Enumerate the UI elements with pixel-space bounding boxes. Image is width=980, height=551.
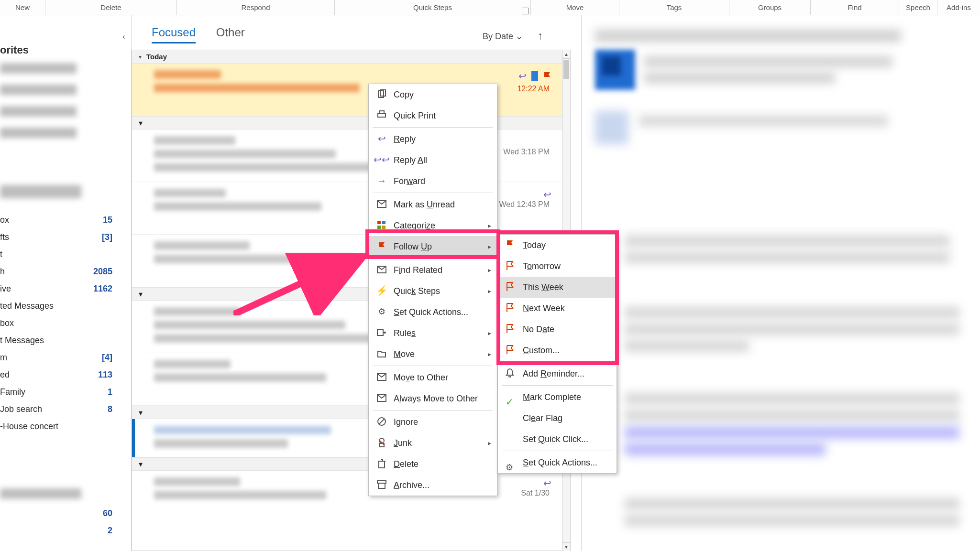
redacted-subject — [154, 321, 345, 329]
ribbon-group-labels: New Delete Respond Quick Steps↘ Move Tag… — [0, 0, 980, 15]
date-group-collapse[interactable]: ▾ — [132, 116, 564, 130]
redacted-link — [625, 443, 826, 455]
lightning-icon: ⚡ — [376, 285, 387, 296]
followup-set-quick-actions[interactable]: ⚙Set Quick Actions... — [498, 452, 617, 473]
ribbon-group-tags[interactable]: Tags — [619, 0, 729, 15]
ribbon-group-speech[interactable]: Speech — [899, 0, 937, 15]
followup-this-week[interactable]: This Week — [498, 277, 617, 298]
ribbon-group-quicksteps[interactable]: Quick Steps↘ — [335, 0, 531, 15]
date-group-today[interactable]: ▾ Today — [132, 50, 564, 64]
menu-categorize[interactable]: Categorize▸ — [369, 215, 497, 236]
chevron-down-icon: ▾ — [139, 50, 142, 64]
menu-label: Set Quick Actions... — [523, 458, 597, 467]
ribbon-group-new[interactable]: New — [0, 0, 45, 15]
menu-quick-print[interactable]: Quick Print — [369, 105, 497, 126]
menu-always-move-to-other[interactable]: Always Move to Other — [369, 388, 497, 409]
ribbon-label: Tags — [667, 0, 682, 15]
scroll-down-icon[interactable]: ▼ — [562, 542, 570, 551]
folder-extra-1[interactable]: 60 — [0, 505, 117, 522]
redacted-block — [0, 106, 77, 117]
folder-family[interactable]: Family1 — [0, 383, 117, 400]
menu-junk[interactable]: Junk▸ — [369, 432, 497, 454]
folder-extra-2[interactable]: 2 — [0, 522, 117, 539]
followup-custom[interactable]: Custom... — [498, 340, 617, 361]
redacted-link — [625, 426, 959, 439]
menu-archive[interactable]: Archive... — [369, 475, 497, 496]
reply-icon[interactable]: ↩ — [543, 189, 551, 200]
folder-house-concert[interactable]: -House concert — [0, 418, 117, 435]
ribbon-group-addins[interactable]: Add-ins — [937, 0, 980, 15]
menu-quick-steps[interactable]: ⚡Quick Steps▸ — [369, 281, 497, 302]
message-item[interactable]: Wed 3:18 PM — [132, 130, 564, 182]
followup-tomorrow[interactable]: Tomorrow — [498, 256, 617, 277]
folder-outbox[interactable]: box — [0, 314, 117, 332]
followup-no-date[interactable]: No Date — [498, 319, 617, 340]
tab-focused[interactable]: Focused — [152, 26, 196, 43]
categorize-icon — [376, 220, 387, 230]
menu-forward[interactable]: →Forward — [369, 171, 497, 192]
folder-trash[interactable]: h2085 — [0, 263, 117, 280]
menu-find-related[interactable]: Find Related▸ — [369, 259, 497, 281]
reply-icon[interactable]: ↩ — [543, 477, 551, 489]
dialog-launcher-icon[interactable]: ↘ — [522, 8, 529, 14]
folder-flagged[interactable]: ed113 — [0, 366, 117, 383]
folder-drafts[interactable]: fts[3] — [0, 228, 117, 246]
ribbon-group-delete[interactable]: Delete — [45, 0, 177, 15]
menu-mark-unread[interactable]: Mark as Unread — [369, 194, 497, 215]
followup-clear-flag[interactable]: Clear Flag — [498, 408, 617, 429]
menu-reply-all[interactable]: ↩↩Reply All — [369, 150, 497, 171]
folder-inbox[interactable]: ox15 — [0, 211, 117, 228]
ribbon-group-find[interactable]: Find — [811, 0, 899, 15]
followup-mark-complete[interactable]: ✓Mark Complete — [498, 387, 617, 408]
menu-copy[interactable]: Copy — [369, 84, 497, 105]
followup-today[interactable]: Today — [498, 235, 617, 256]
ribbon-group-move[interactable]: Move — [531, 0, 619, 15]
sort-direction-icon[interactable]: ↑ — [538, 30, 543, 42]
message-item[interactable]: ↩ Sat 1/30 — [132, 471, 564, 523]
message-item[interactable]: ↩ Wed 12:43 PM — [132, 182, 564, 235]
followup-next-week[interactable]: Next Week — [498, 298, 617, 319]
tab-other[interactable]: Other — [216, 26, 245, 42]
redacted-block — [625, 235, 950, 247]
folder-sent[interactable]: t — [0, 246, 117, 263]
folder-jobsearch[interactable]: Job search8 — [0, 400, 117, 418]
scroll-up-icon[interactable]: ▲ — [562, 50, 570, 59]
collapse-nav-icon[interactable]: ‹ — [122, 32, 125, 41]
folder-spam[interactable]: m[4] — [0, 349, 117, 366]
redacted-subject — [154, 373, 326, 382]
menu-separator — [373, 366, 493, 366]
message-time: Wed 12:43 PM — [499, 200, 550, 209]
menu-ignore[interactable]: Ignore — [369, 411, 497, 432]
menu-follow-up[interactable]: Follow Up▸ — [369, 236, 497, 257]
category-icon[interactable] — [531, 71, 538, 81]
redacted-block — [0, 63, 77, 74]
redacted-subject — [154, 202, 321, 211]
scroll-thumb[interactable] — [563, 60, 569, 79]
menu-separator — [373, 258, 493, 259]
menu-rules[interactable]: Rules▸ — [369, 323, 497, 344]
menu-move[interactable]: Move▸ — [369, 344, 497, 365]
menu-reply[interactable]: ↩Reply — [369, 129, 497, 150]
menu-move-to-other[interactable]: Move to Other — [369, 367, 497, 388]
menu-set-quick-actions[interactable]: ⚙Set Quick Actions... — [369, 302, 497, 323]
menu-delete[interactable]: Delete — [369, 454, 497, 475]
message-item-selected[interactable]: ↩ 12:22 AM — [132, 64, 564, 116]
menu-label: Reply All — [394, 155, 427, 165]
move-folder-icon — [376, 348, 387, 359]
followup-set-quick-click[interactable]: Set Quick Click... — [498, 429, 617, 450]
redacted-sender — [154, 136, 235, 145]
copy-icon — [376, 89, 387, 99]
followup-add-reminder[interactable]: Add Reminder... — [498, 363, 617, 384]
folder-sentmsg[interactable]: t Messages — [0, 332, 117, 349]
ribbon-group-respond[interactable]: Respond — [177, 0, 335, 15]
flag-icon[interactable] — [543, 71, 551, 81]
redacted-block — [625, 340, 749, 352]
chevron-down-icon: ⌄ — [516, 32, 523, 41]
folder-deleted[interactable]: ted Messages — [0, 297, 117, 314]
folder-archive[interactable]: ive1162 — [0, 280, 117, 297]
svg-rect-16 — [379, 461, 385, 468]
ribbon-group-groups[interactable]: Groups — [729, 0, 811, 15]
sort-control[interactable]: By Date ⌄ ↑ — [483, 30, 543, 42]
reply-icon[interactable]: ↩ — [518, 70, 527, 82]
message-quick-actions: ↩ — [518, 70, 551, 82]
